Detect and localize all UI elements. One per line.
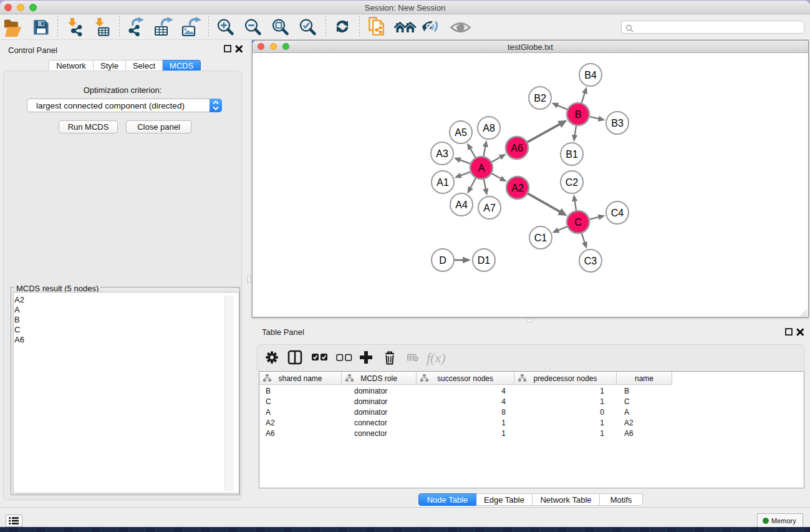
svg-text:C1: C1 (534, 233, 547, 243)
svg-text:f(x): f(x) (427, 350, 446, 365)
svg-text:A6: A6 (511, 143, 523, 153)
svg-text:D: D (439, 255, 446, 266)
svg-text:C2: C2 (566, 177, 579, 188)
svg-text:D1: D1 (478, 255, 491, 266)
svg-text:B3: B3 (611, 118, 624, 128)
svg-text:A3: A3 (436, 148, 448, 159)
svg-text:B: B (575, 109, 582, 120)
svg-text:B2: B2 (534, 93, 546, 104)
svg-text:A2: A2 (511, 183, 524, 193)
svg-text:B4: B4 (584, 70, 597, 80)
svg-text:A7: A7 (483, 203, 496, 213)
svg-text:A4: A4 (455, 200, 468, 210)
svg-text:B1: B1 (566, 149, 578, 160)
svg-text:A8: A8 (483, 123, 495, 133)
svg-text:A: A (478, 163, 485, 173)
svg-text:C: C (574, 217, 582, 228)
svg-text:C4: C4 (611, 208, 624, 218)
svg-text:A1: A1 (436, 177, 449, 188)
svg-text:C3: C3 (584, 256, 597, 266)
svg-text:A5: A5 (455, 127, 467, 138)
